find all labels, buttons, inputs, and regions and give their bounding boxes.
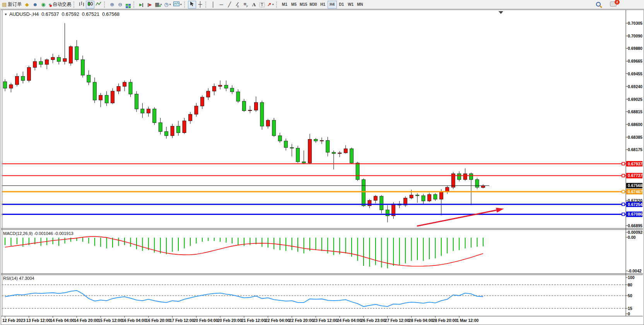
period-menu-button[interactable]: ◷▾ — [163, 1, 172, 9]
chart-window[interactable]: ▼AUDUSD-,H40.675370.675920.675210.67568 … — [1, 10, 644, 325]
templates-button[interactable]: ▾ — [172, 1, 183, 9]
bear-candle — [284, 141, 288, 148]
autotrade-button[interactable]: ●自动交易 — [47, 1, 72, 9]
autotrade-label: 自动交易 — [53, 1, 71, 8]
price-tick-label: 0.66895 — [628, 223, 642, 228]
hline-price-label: 0.67467 — [628, 189, 642, 194]
ohlc-close: 0.67568 — [102, 12, 120, 17]
timeframe-M30[interactable]: M30 — [308, 1, 318, 9]
bull-candle — [111, 91, 114, 103]
bull-candle — [368, 201, 371, 206]
hline-anchor-marker[interactable] — [622, 162, 625, 165]
bear-candle — [177, 126, 180, 133]
bull-candle — [45, 60, 49, 64]
timeframe-M5[interactable]: M5 — [289, 1, 299, 9]
bear-candle — [231, 88, 234, 92]
bull-candle — [9, 85, 13, 88]
rsi-line — [5, 291, 483, 306]
timeframe-W1[interactable]: W1 — [346, 1, 355, 9]
bull-candle — [308, 139, 311, 163]
time-axis[interactable]: 12 Feb 202313 Feb 12:0014 Feb 04:0014 Fe… — [2, 316, 479, 323]
arrows-icon: ↗ — [267, 2, 272, 7]
text-icon: A — [252, 2, 256, 7]
main-price-pane[interactable] — [2, 11, 626, 226]
signals-button[interactable]: ◉ — [39, 1, 47, 9]
hline-anchor-marker[interactable] — [622, 174, 625, 177]
bull-candle — [69, 47, 72, 63]
timeframe-H1[interactable]: H1 — [318, 1, 328, 9]
bear-candle — [422, 196, 425, 201]
price-tick-label: 0.69025 — [628, 97, 642, 102]
timeframe-D1[interactable]: D1 — [337, 1, 346, 9]
data-window-button[interactable]: ☻ — [31, 1, 39, 9]
zoom-in-button[interactable]: ⊕ — [108, 1, 116, 9]
timeframe-H4[interactable]: H4 — [328, 1, 337, 9]
timeframe-M1[interactable]: M1 — [280, 1, 289, 9]
chart-shift-button[interactable]: ▶ — [145, 1, 154, 9]
macd-pane[interactable] — [5, 237, 483, 269]
candlestick-chart-button[interactable] — [86, 1, 94, 9]
bull-candle — [117, 87, 120, 91]
chevron-down-icon[interactable]: ▾ — [272, 3, 274, 6]
crosshair-button[interactable]: ┼ — [196, 1, 204, 9]
bear-candle — [57, 57, 61, 61]
trend-arrow-shaft[interactable] — [417, 210, 496, 226]
auto-scroll-button[interactable]: ▶ — [137, 1, 145, 9]
new-chart-button[interactable]: ▦+▾ — [154, 1, 163, 9]
chart-canvas[interactable]: 0.679370.677370.675680.674670.672540.670… — [1, 10, 643, 324]
bull-candle — [374, 196, 377, 201]
auto-scroll-icon: ▶ — [139, 2, 143, 7]
signal-icon: ◉ — [41, 2, 45, 7]
chevron-down-icon[interactable]: ▾ — [180, 3, 182, 6]
new-order-button[interactable]: ▤新订单 — [1, 1, 23, 9]
chart-shift-marker[interactable] — [499, 11, 503, 14]
arrows-button[interactable]: ↗▾ — [266, 1, 275, 9]
bear-candle — [470, 174, 473, 179]
collapse-triangle-icon[interactable]: ▼ — [4, 13, 7, 16]
macd-indicator-label: MACD(12,26,9) -0.001046 -0.001913 — [3, 231, 73, 236]
price-axis[interactable]: 0.679370.677370.675680.674670.672540.670… — [626, 21, 643, 316]
vertical-line-button[interactable]: │ — [209, 1, 217, 9]
hline-anchor-marker[interactable] — [622, 203, 625, 206]
bull-candle — [219, 85, 222, 87]
bull-candle — [446, 187, 449, 192]
bar-chart-icon — [79, 1, 85, 8]
bear-candle — [75, 47, 79, 60]
bear-candle — [236, 92, 240, 101]
chevron-down-icon[interactable]: ▾ — [169, 3, 171, 6]
macd-scale-label: 0.000925 — [628, 230, 643, 235]
line-chart-button[interactable] — [94, 1, 103, 9]
bid-price-label: 0.67568 — [628, 183, 642, 188]
bear-candle — [458, 174, 461, 179]
hline-anchor-marker[interactable] — [622, 190, 625, 193]
text-label-button[interactable]: T — [258, 1, 266, 9]
fibonacci-button[interactable]: ≡F — [242, 1, 250, 9]
time-tick-label: 21 Feb 12:00 — [241, 318, 266, 323]
text-button[interactable]: A — [250, 1, 258, 9]
bear-candle — [129, 82, 132, 94]
timeframe-MN[interactable]: MN — [355, 1, 365, 9]
cursor-button[interactable] — [188, 1, 196, 9]
bear-candle — [141, 109, 144, 113]
chat-button[interactable]: 1 — [603, 1, 618, 9]
tile-windows-button[interactable] — [124, 1, 132, 9]
bull-candle — [207, 91, 210, 97]
horizontal-line-button[interactable]: ─ — [217, 1, 225, 9]
rsi-pane[interactable] — [2, 285, 626, 308]
bear-candle — [416, 195, 419, 196]
search-button[interactable] — [595, 1, 603, 9]
equidistant-channel-button[interactable]: ∕∕E — [234, 1, 242, 9]
trendline-button[interactable]: ╱ — [225, 1, 234, 9]
hline-anchor-marker[interactable] — [622, 213, 625, 216]
timeframe-M15[interactable]: M15 — [299, 1, 308, 9]
price-tick-label: 0.68175 — [628, 147, 642, 152]
bull-candle — [200, 97, 204, 106]
new-order-icon: ▤ — [2, 2, 7, 7]
zoom-in-icon: ⊕ — [110, 2, 114, 7]
market-watch-button[interactable]: ◆ — [23, 1, 31, 9]
zoom-out-button[interactable]: ⊖ — [116, 1, 124, 9]
fibonacci-icon: ≡F — [243, 1, 248, 8]
trend-arrow-head[interactable] — [496, 208, 504, 213]
bar-chart-button[interactable] — [77, 1, 86, 9]
time-tick-label: 16 Feb 20:00 — [146, 318, 170, 323]
